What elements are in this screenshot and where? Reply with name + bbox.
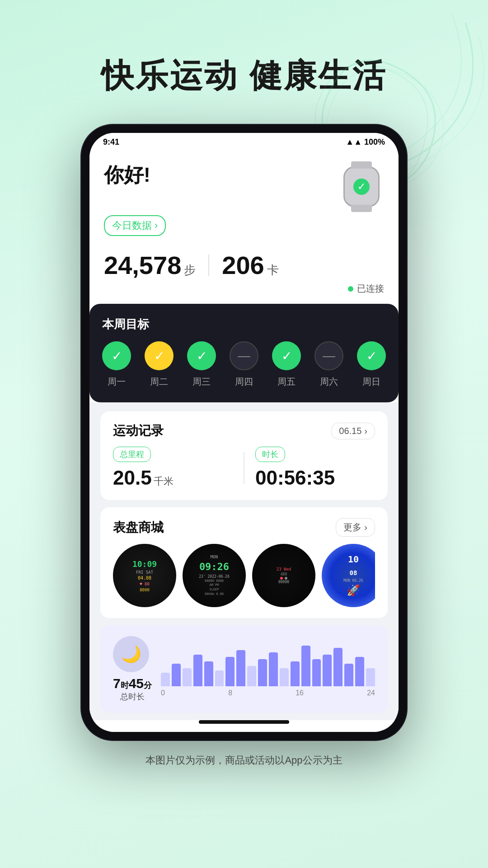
calories-value: 206 <box>222 250 264 280</box>
status-icons: ▲▲ 100% <box>346 137 385 147</box>
day-circle-mon: ✓ <box>102 341 131 370</box>
day-label-fri: 周五 <box>272 376 301 388</box>
distance-stat: 总里程 20.5 千米 <box>113 447 233 489</box>
sleep-bar-12 <box>291 661 300 686</box>
exercise-stats: 总里程 20.5 千米 时长 00:56:35 <box>113 447 375 489</box>
phone-screen: 9:41 ▲▲ 100% 你好! ✓ <box>89 133 399 732</box>
sleep-bar-9 <box>258 659 267 686</box>
sleep-total-label: 总时长 <box>113 691 152 702</box>
more-button[interactable]: 更多 › <box>336 518 375 537</box>
greeting-area: 你好! <box>104 162 150 189</box>
duration-value: 00:56:35 <box>255 467 335 489</box>
status-bar: 9:41 ▲▲ 100% <box>89 133 399 151</box>
watch-face-2[interactable]: MON 09:26 23' 2022-06-26 00000 0000 AM P… <box>183 544 246 607</box>
weekly-title: 本周目标 <box>102 316 386 332</box>
day-circle-tue: ✓ <box>145 341 174 370</box>
distance-value: 20.5 <box>113 467 152 489</box>
connected-row: 已连接 <box>104 283 384 295</box>
sleep-bar-14 <box>312 659 321 686</box>
duration-stat: 时长 00:56:35 <box>255 447 375 489</box>
exercise-card: 运动记录 06.15 › 总里程 20.5 千米 <box>100 411 388 500</box>
weekly-card: 本周目标 ✓ ✓ ✓ — ✓ — ✓ 周一 周二 周三 周四 <box>89 304 399 402</box>
sleep-bar-8 <box>247 666 256 686</box>
steps-unit: 步 <box>184 262 196 278</box>
home-indicator <box>199 720 289 724</box>
watch-strap-bottom <box>351 205 372 212</box>
watch-check-icon: ✓ <box>353 179 370 195</box>
days-circles-row: ✓ ✓ ✓ — ✓ — ✓ <box>102 341 386 370</box>
sleep-bar-3 <box>193 655 202 686</box>
connected-dot <box>348 286 353 292</box>
sleep-bar-11 <box>280 668 289 686</box>
stat-divider <box>208 255 209 276</box>
today-data-label: 今日数据 <box>112 219 152 232</box>
day-circle-thu: — <box>230 341 258 370</box>
bottom-note: 本图片仅为示例，商品或活动以App公示为主 <box>0 740 488 794</box>
day-circle-sat: — <box>314 341 343 370</box>
sleep-bar-18 <box>355 657 364 686</box>
watch-icon-area[interactable]: ✓ <box>339 162 384 212</box>
sleep-chart <box>161 641 375 686</box>
days-labels-row: 周一 周二 周三 周四 周五 周六 周日 <box>102 376 386 388</box>
sleep-axis: 0 8 16 24 <box>161 689 375 697</box>
sections-area: 运动记录 06.15 › 总里程 20.5 千米 <box>89 402 399 713</box>
sleep-bar-2 <box>183 668 192 686</box>
watch-face-4[interactable]: 1008 MON 06.26 🚀 <box>322 544 375 607</box>
sleep-bar-7 <box>236 650 245 686</box>
sleep-chart-area: 0 8 16 24 <box>161 641 375 697</box>
watch-store-title: 表盘商城 <box>113 519 164 536</box>
duration-value-row: 00:56:35 <box>255 467 375 489</box>
distance-label: 总里程 <box>113 447 151 462</box>
day-circle-fri: ✓ <box>272 341 301 370</box>
calories-unit: 卡 <box>267 262 279 278</box>
sleep-axis-16: 16 <box>296 689 304 697</box>
watch-store-header: 表盘商城 更多 › <box>113 518 375 537</box>
sleep-bar-0 <box>161 673 170 686</box>
duration-label: 时长 <box>255 447 285 462</box>
sleep-axis-0: 0 <box>161 689 165 697</box>
sleep-bar-13 <box>301 646 310 686</box>
watch-faces-row: 10:09 FRI SAT 04.08 ♥ 80 8000 MON 0 <box>113 544 375 607</box>
sleep-left: 🌙 7时45分 总时长 <box>113 636 152 702</box>
top-header: 你好! ✓ <box>104 162 384 212</box>
stats-row: 24,578 步 206 卡 <box>104 250 384 280</box>
watch-strap-top <box>351 161 372 169</box>
app-top-section: 你好! ✓ 今日数据 › <box>89 151 399 402</box>
distance-unit: 千米 <box>154 476 174 487</box>
day-label-tue: 周二 <box>145 376 174 388</box>
day-label-mon: 周一 <box>102 376 131 388</box>
chevron-icon: › <box>364 426 367 436</box>
day-label-sat: 周六 <box>314 376 343 388</box>
today-data-button[interactable]: 今日数据 › <box>104 215 166 236</box>
day-label-sun: 周日 <box>357 376 386 388</box>
phone-frame: 9:41 ▲▲ 100% 你好! ✓ <box>81 125 407 740</box>
sleep-bar-1 <box>172 664 181 686</box>
exercise-date-button[interactable]: 06.15 › <box>331 423 375 439</box>
day-circle-wed: ✓ <box>187 341 216 370</box>
sleep-bar-10 <box>269 652 278 686</box>
wf3-content: 23 Wed 480 00000 <box>277 566 291 585</box>
sleep-moon-icon: 🌙 <box>113 636 149 672</box>
chevron-right-icon: › <box>155 220 158 231</box>
watch-store-card: 表盘商城 更多 › 10:09 FRI SAT 04.08 <box>100 507 388 618</box>
sleep-bar-4 <box>204 661 213 686</box>
day-label-wed: 周三 <box>187 376 216 388</box>
sleep-axis-24: 24 <box>367 689 375 697</box>
day-label-thu: 周四 <box>230 376 258 388</box>
watch-face-3[interactable]: 23 Wed 480 00000 <box>252 544 315 607</box>
sleep-bar-19 <box>366 668 375 686</box>
greeting-text: 你好! <box>104 162 150 189</box>
exercise-date: 06.15 <box>339 426 361 436</box>
more-label: 更多 <box>343 521 361 533</box>
more-chevron-icon: › <box>364 522 367 533</box>
sleep-duration: 7时45分 <box>113 676 152 691</box>
sleep-bar-6 <box>225 657 235 686</box>
sleep-bar-5 <box>215 670 224 686</box>
watch-body: ✓ <box>343 166 380 207</box>
wf1-content: 10:09 FRI SAT 04.08 ♥ 80 8000 <box>132 558 157 593</box>
sleep-bar-17 <box>344 664 353 686</box>
steps-block: 24,578 步 <box>104 250 196 280</box>
watch-face-1[interactable]: 10:09 FRI SAT 04.08 ♥ 80 8000 <box>113 544 176 607</box>
wf2-content: MON 09:26 23' 2022-06-26 00000 0000 AM P… <box>199 554 229 597</box>
exercise-title: 运动记录 <box>113 422 164 439</box>
